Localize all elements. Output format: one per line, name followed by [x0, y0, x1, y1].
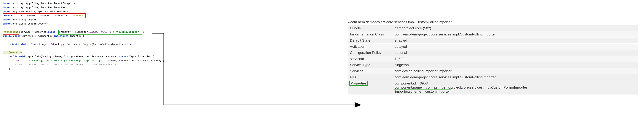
- blank-line: [3, 26, 162, 30]
- table-cell-value: singleton: [393, 62, 638, 68]
- service-details-panel: com.aem.demoproject.core.services.impl.C…: [348, 20, 638, 95]
- table-row: Service Typesingleton: [348, 62, 638, 68]
- table-row: Activationdelayed: [348, 44, 638, 50]
- panel-title: com.aem.demoproject.core.services.impl.C…: [348, 20, 638, 24]
- table-row: Default Stateenabled: [348, 37, 638, 44]
- table-row: Servicescom.day.cq.polling.importer.Impo…: [348, 68, 638, 74]
- connector-arrow: [151, 31, 363, 112]
- table-cell-value: optional: [393, 50, 638, 56]
- table-cell-label: Services: [348, 68, 393, 74]
- table-cell-label: Implementation Class: [348, 31, 393, 37]
- class-declaration: public class CustomPollingImporter imple…: [3, 34, 162, 38]
- override-annotation: @Override: [3, 50, 162, 55]
- method-declaration: public void importData(String scheme, St…: [3, 55, 162, 59]
- code-editor: import com.day.cq.polling.importer.Impor…: [0, 0, 162, 140]
- table-row: serviceId12832: [348, 56, 638, 62]
- import-line: import org.apache.sling.api.resource.Res…: [3, 10, 162, 14]
- import-line: import com.day.cq.polling.importer.Impor…: [3, 5, 162, 10]
- table-row: Implementation Classcom.aem.demoproject.…: [348, 31, 638, 37]
- import-line-highlighted: import org.osgi.service.component.annota…: [3, 14, 162, 18]
- table-cell-value: com.aem.demoproject.core.services.impl.C…: [393, 31, 638, 37]
- import-line: import com.day.cq.polling.importer.Impor…: [3, 1, 162, 5]
- logger-field: private static final Logger LOG = Logger…: [3, 42, 162, 46]
- import-line: import org.slf4j.Logger;: [3, 18, 162, 22]
- table-cell-label: serviceId: [348, 56, 393, 62]
- properties-row: Properties component.id = 3953 component…: [348, 80, 638, 95]
- table-cell-label: PID: [348, 74, 393, 80]
- table-row: PIDcom.aem.demoproject.core.services.imp…: [348, 74, 638, 80]
- comment-line: /* Logic to Parse the data source XML an…: [3, 63, 162, 67]
- table-cell-value: enabled: [393, 37, 638, 44]
- component-annotation: @Component(service = Importer.class, pro…: [3, 30, 162, 34]
- import-line: import org.slf4j.LoggerFactory;: [3, 22, 162, 26]
- table-cell-value: com.day.cq.polling.importer.Importer: [393, 68, 638, 74]
- properties-label: Properties: [349, 81, 368, 86]
- table-cell-value: 12832: [393, 56, 638, 62]
- table-cell-value: delayed: [393, 44, 638, 50]
- table-cell-value: demoproject.core (582): [393, 25, 638, 31]
- table-cell-label: Default State: [348, 37, 393, 44]
- close-brace: }: [3, 67, 162, 71]
- table-row: Bundledemoproject.core (582): [348, 25, 638, 31]
- blank-line: [3, 46, 162, 50]
- table-cell-value: com.aem.demoproject.core.services.impl.C…: [393, 74, 638, 80]
- service-properties-table: Bundledemoproject.core (582)Implementati…: [348, 25, 638, 95]
- table-row: Configuration Policyoptional: [348, 50, 638, 56]
- table-cell-label: Bundle: [348, 25, 393, 31]
- table-cell-label: Service Type: [348, 62, 393, 68]
- log-statement: LOG.info("Scheme={}, data source={} and …: [3, 59, 162, 63]
- blank-line: [3, 38, 162, 42]
- property-line: component.id = 3953: [394, 81, 636, 85]
- table-cell-label: Activation: [348, 44, 393, 50]
- table-cell-label: Configuration Policy: [348, 50, 393, 56]
- property-line-highlighted: importer.scheme = customImporter: [394, 89, 451, 94]
